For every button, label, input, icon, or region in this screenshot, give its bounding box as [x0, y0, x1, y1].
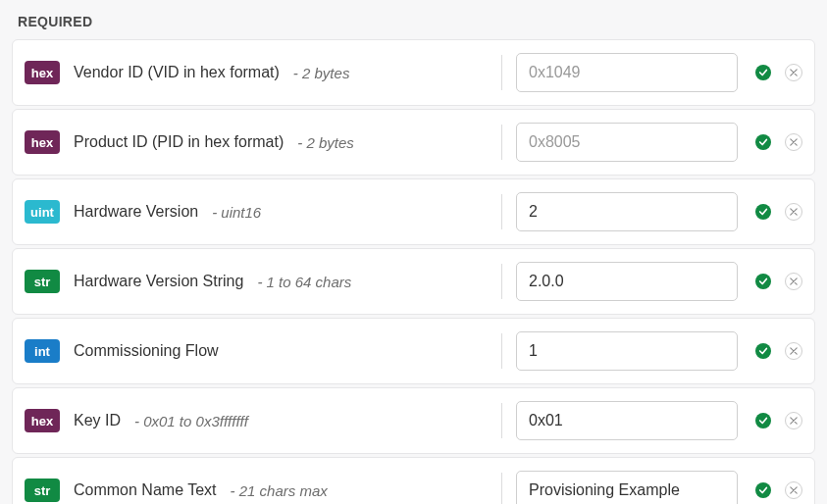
- field-description: - 1 to 64 chars: [257, 274, 351, 290]
- field-row: strHardware Version String- 1 to 64 char…: [12, 248, 815, 315]
- divider: [501, 194, 502, 229]
- field-row: hexKey ID- 0x01 to 0x3fffffff: [12, 387, 815, 454]
- field-input[interactable]: [516, 471, 738, 504]
- type-badge: hex: [25, 409, 60, 432]
- clear-button[interactable]: [785, 133, 802, 151]
- field-label: Common Name Text: [74, 481, 217, 499]
- field-description: - 2 bytes: [297, 134, 354, 151]
- clear-button[interactable]: [785, 412, 802, 429]
- valid-icon: [755, 65, 771, 80]
- field-row: strCommon Name Text- 21 chars max: [12, 457, 815, 504]
- divider: [501, 403, 502, 438]
- field-label: Vendor ID (VID in hex format): [74, 64, 280, 81]
- type-badge: uint: [25, 200, 60, 224]
- divider: [501, 333, 502, 369]
- field-input[interactable]: [516, 331, 738, 371]
- type-badge: str: [25, 270, 60, 293]
- field-description: - 2 bytes: [293, 65, 350, 81]
- type-badge: hex: [25, 130, 60, 154]
- field-description: - uint16: [212, 204, 261, 221]
- field-label: Hardware Version String: [74, 273, 243, 290]
- type-badge: str: [25, 479, 60, 502]
- section-title: REQUIRED: [18, 14, 815, 29]
- valid-icon: [755, 274, 771, 289]
- field-input[interactable]: [516, 123, 738, 162]
- field-label: Product ID (PID in hex format): [74, 133, 284, 151]
- clear-button[interactable]: [785, 342, 802, 360]
- valid-icon: [755, 413, 771, 428]
- field-input[interactable]: [516, 192, 738, 231]
- valid-icon: [755, 204, 771, 220]
- field-input[interactable]: [516, 53, 738, 92]
- divider: [501, 264, 502, 299]
- field-row: uintHardware Version- uint16: [12, 178, 815, 245]
- field-input[interactable]: [516, 401, 738, 440]
- field-label: Key ID: [74, 412, 121, 429]
- field-description: - 0x01 to 0x3fffffff: [134, 413, 248, 429]
- divider: [501, 473, 502, 504]
- type-badge: int: [25, 339, 60, 363]
- field-description: - 21 chars max: [231, 482, 328, 499]
- divider: [501, 55, 502, 90]
- valid-icon: [755, 482, 771, 498]
- field-row: hexVendor ID (VID in hex format)- 2 byte…: [12, 39, 815, 106]
- clear-button[interactable]: [785, 203, 802, 221]
- field-input[interactable]: [516, 262, 738, 301]
- type-badge: hex: [25, 61, 60, 84]
- clear-button[interactable]: [785, 481, 802, 499]
- divider: [501, 125, 502, 160]
- field-row: intCommissioning Flow: [12, 318, 815, 384]
- field-row: hexProduct ID (PID in hex format)- 2 byt…: [12, 109, 815, 176]
- field-label: Hardware Version: [74, 203, 198, 221]
- valid-icon: [755, 134, 771, 150]
- valid-icon: [755, 343, 771, 359]
- clear-button[interactable]: [785, 64, 802, 81]
- clear-button[interactable]: [785, 273, 802, 290]
- field-label: Commissioning Flow: [74, 342, 219, 360]
